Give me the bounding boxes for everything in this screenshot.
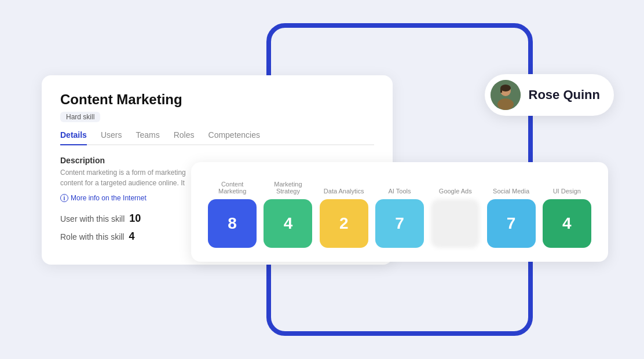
compare-box-3: 7 xyxy=(375,199,424,248)
compare-label-0: Content Marketing xyxy=(207,176,257,195)
info-icon: i xyxy=(60,194,68,202)
compare-box-1: 4 xyxy=(264,199,312,248)
compare-grid: Content Marketing8Marketing Strategy4Dat… xyxy=(207,176,592,248)
compare-label-3: AI Tools xyxy=(389,176,411,195)
avatar xyxy=(491,80,521,110)
rose-quinn-name: Rose Quinn xyxy=(529,87,600,102)
compare-col-5: Social Media7 xyxy=(486,176,536,248)
compare-card: Content Marketing8Marketing Strategy4Dat… xyxy=(191,162,608,262)
description-text: Content marketing is a form of marketing… xyxy=(60,167,199,188)
compare-label-5: Social Media xyxy=(493,176,529,195)
compare-label-6: UI Design xyxy=(553,176,581,195)
skill-badge: Hard skill xyxy=(60,112,100,122)
compare-label-2: Data Analytics xyxy=(324,176,364,195)
compare-col-4: Google Ads xyxy=(430,176,480,248)
tab-details[interactable]: Details xyxy=(60,130,87,145)
user-stat-label: User with this skill xyxy=(60,214,125,224)
compare-col-1: Marketing Strategy4 xyxy=(263,176,313,248)
tab-bar: Details Users Teams Roles Competencies xyxy=(60,130,374,145)
compare-box-2: 2 xyxy=(320,199,368,248)
compare-col-3: AI Tools7 xyxy=(375,176,425,248)
more-info-label: More info on the Internet xyxy=(71,194,147,202)
compare-box-0: 8 xyxy=(208,199,257,248)
compare-box-4 xyxy=(431,199,480,248)
role-stat-label: Role with this skill xyxy=(60,232,124,241)
user-stat-value: 10 xyxy=(129,213,141,225)
compare-box-5: 7 xyxy=(487,199,536,248)
rose-quinn-card: Rose Quinn xyxy=(485,74,614,116)
tab-users[interactable]: Users xyxy=(101,130,122,145)
svg-point-2 xyxy=(497,98,514,110)
compare-box-6: 4 xyxy=(543,199,591,248)
compare-col-6: UI Design4 xyxy=(542,176,592,248)
compare-col-0: Content Marketing8 xyxy=(207,176,257,248)
skill-title: Content Marketing xyxy=(60,91,374,108)
compare-label-4: Google Ads xyxy=(439,176,472,195)
compare-label-1: Marketing Strategy xyxy=(263,176,313,195)
tab-competencies[interactable]: Competencies xyxy=(208,130,261,145)
tab-roles[interactable]: Roles xyxy=(174,130,195,145)
role-stat-value: 4 xyxy=(129,230,134,243)
compare-col-2: Data Analytics2 xyxy=(319,176,369,248)
tab-teams[interactable]: Teams xyxy=(136,130,159,145)
svg-rect-4 xyxy=(500,88,502,93)
